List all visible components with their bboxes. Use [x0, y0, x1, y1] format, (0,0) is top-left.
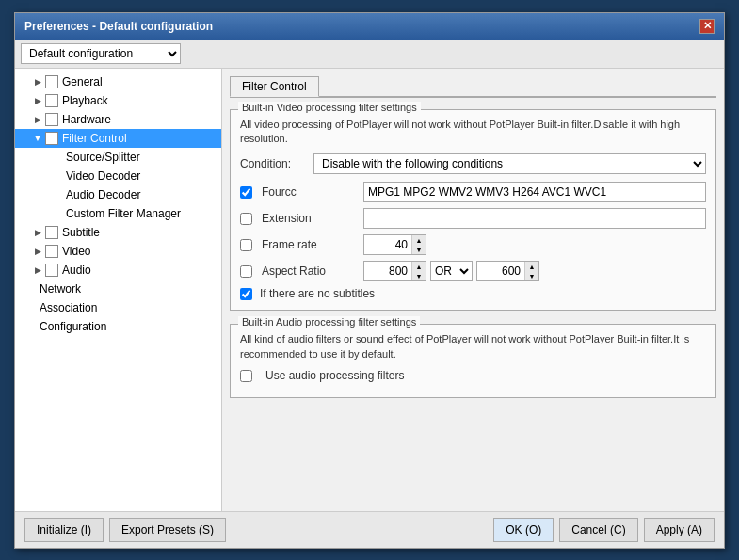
- sidebar-label: Filter Control: [62, 132, 127, 145]
- framerate-spinner: ▲ ▼: [363, 234, 426, 255]
- sidebar-item-playback[interactable]: ▶ Playback: [15, 91, 221, 110]
- aspect-width-down-button[interactable]: ▼: [412, 271, 426, 280]
- expander-icon: ▶: [30, 74, 45, 89]
- aspect-height-down-button[interactable]: ▼: [525, 271, 538, 280]
- condition-row: Condition: Disable with the following co…: [240, 153, 706, 174]
- config-dropdown[interactable]: Default configuration Custom configurati…: [21, 43, 181, 64]
- aspect-or-dropdown[interactable]: OR AND: [430, 261, 473, 281]
- sidebar-item-custom-filter[interactable]: Custom Filter Manager: [15, 204, 221, 223]
- use-audio-label: Use audio processing filters: [265, 369, 404, 382]
- sidebar-item-video-decoder[interactable]: Video Decoder: [15, 167, 221, 185]
- sidebar-item-association[interactable]: Association: [15, 298, 221, 317]
- folder-icon: [45, 264, 58, 277]
- footer-right: OK (O) Cancel (C) Apply (A): [493, 518, 715, 542]
- expander-icon: [56, 206, 66, 221]
- sidebar-item-subtitle[interactable]: ▶ Subtitle: [15, 223, 221, 242]
- sidebar-label: Playback: [62, 94, 108, 107]
- framerate-spin-buttons: ▲ ▼: [411, 235, 426, 254]
- aspect-width-up-button[interactable]: ▲: [412, 262, 426, 271]
- sidebar-item-network[interactable]: Network: [15, 280, 221, 298]
- sidebar-label: Subtitle: [62, 226, 100, 239]
- cancel-button[interactable]: Cancel (C): [559, 518, 637, 542]
- footer: Initialize (I) Export Presets (S) OK (O)…: [15, 511, 724, 548]
- expander-icon: [30, 319, 40, 334]
- sidebar-item-configuration[interactable]: Configuration: [15, 317, 221, 336]
- aspect-height-spin-buttons: ▲ ▼: [524, 262, 538, 280]
- expander-icon: ▶: [30, 112, 45, 127]
- apply-button[interactable]: Apply (A): [644, 518, 715, 542]
- video-filter-group: Built-in Video processing filter setting…: [230, 109, 716, 312]
- condition-label: Condition:: [240, 157, 306, 170]
- dialog-title: Preferences - Default configuration: [24, 20, 213, 33]
- expander-icon: [30, 300, 40, 315]
- extension-input[interactable]: [363, 208, 706, 229]
- fourcc-input[interactable]: [363, 182, 706, 202]
- sidebar-item-filter-control[interactable]: ▼ Filter Control: [15, 129, 221, 148]
- expander-icon: [56, 187, 66, 202]
- sidebar-label: Configuration: [40, 320, 106, 333]
- use-audio-checkbox[interactable]: [240, 370, 252, 382]
- sidebar-label: Audio Decoder: [66, 188, 140, 201]
- sidebar: ▶ General ▶ Playback ▶ Hardware ▼ Filter…: [15, 69, 222, 511]
- aspect-row: Aspect Ratio ▲ ▼ OR AND: [240, 261, 706, 281]
- toolbar: Default configuration Custom configurati…: [15, 40, 724, 69]
- aspect-height-input[interactable]: [477, 262, 524, 280]
- sidebar-item-audio[interactable]: ▶ Audio: [15, 261, 221, 280]
- subtitles-checkbox[interactable]: [240, 288, 252, 300]
- tab-filter-control[interactable]: Filter Control: [230, 76, 319, 97]
- title-bar: Preferences - Default configuration ✕: [15, 13, 724, 40]
- extension-row: Extension: [240, 208, 706, 229]
- aspect-checkbox[interactable]: [240, 265, 252, 278]
- expander-icon: ▶: [30, 244, 45, 259]
- aspect-label: Aspect Ratio: [262, 264, 356, 278]
- framerate-row: Frame rate ▲ ▼: [240, 234, 706, 255]
- ok-button[interactable]: OK (O): [493, 518, 554, 542]
- sidebar-label: Network: [40, 282, 81, 296]
- sidebar-label: Hardware: [62, 113, 111, 126]
- expander-icon: ▶: [30, 263, 45, 278]
- expander-icon: ▶: [30, 225, 45, 240]
- framerate-input[interactable]: [364, 235, 411, 254]
- use-audio-row: Use audio processing filters: [240, 369, 706, 382]
- sidebar-label: Audio: [62, 264, 91, 277]
- folder-icon: [45, 226, 58, 239]
- tab-bar: Filter Control: [230, 76, 716, 98]
- subtitles-row: If there are no subtitles: [240, 287, 706, 300]
- sidebar-item-audio-decoder[interactable]: Audio Decoder: [15, 185, 221, 204]
- sidebar-item-source-splitter[interactable]: Source/Splitter: [15, 148, 221, 167]
- sidebar-label: General: [62, 75, 103, 88]
- aspect-height-spinner: ▲ ▼: [476, 261, 539, 281]
- expander-icon: [56, 150, 66, 165]
- extension-checkbox[interactable]: [240, 213, 252, 225]
- export-button[interactable]: Export Presets (S): [109, 518, 226, 542]
- sidebar-label: Source/Splitter: [66, 151, 140, 164]
- footer-left: Initialize (I) Export Presets (S): [24, 518, 226, 542]
- framerate-checkbox[interactable]: [240, 239, 252, 251]
- right-panel: Filter Control Built-in Video processing…: [222, 69, 724, 511]
- aspect-height-up-button[interactable]: ▲: [525, 262, 538, 271]
- expander-icon: ▶: [30, 93, 45, 108]
- framerate-up-button[interactable]: ▲: [412, 235, 426, 245]
- audio-group-title: Built-in Audio processing filter setting…: [238, 316, 420, 328]
- extension-label: Extension: [262, 212, 356, 225]
- video-description: All video processing of PotPlayer will n…: [240, 118, 706, 147]
- sidebar-item-general[interactable]: ▶ General: [15, 72, 221, 91]
- initialize-button[interactable]: Initialize (I): [24, 518, 104, 542]
- expander-icon: [30, 281, 40, 296]
- audio-description: All kind of audio filters or sound effec…: [240, 332, 706, 361]
- framerate-down-button[interactable]: ▼: [412, 245, 426, 254]
- sidebar-item-hardware[interactable]: ▶ Hardware: [15, 110, 221, 129]
- audio-filter-group: Built-in Audio processing filter setting…: [230, 324, 716, 398]
- condition-dropdown[interactable]: Disable with the following conditions Al…: [313, 153, 706, 174]
- aspect-width-spinner: ▲ ▼: [363, 261, 426, 281]
- aspect-width-spin-buttons: ▲ ▼: [411, 262, 426, 280]
- main-content: ▶ General ▶ Playback ▶ Hardware ▼ Filter…: [15, 69, 724, 511]
- fourcc-checkbox[interactable]: [240, 186, 252, 199]
- sidebar-label: Video: [62, 245, 90, 258]
- expander-icon: ▼: [30, 131, 45, 146]
- subtitles-label: If there are no subtitles: [260, 287, 375, 300]
- aspect-width-input[interactable]: [364, 262, 411, 280]
- folder-icon: [45, 75, 58, 88]
- sidebar-item-video[interactable]: ▶ Video: [15, 242, 221, 261]
- close-button[interactable]: ✕: [699, 19, 715, 34]
